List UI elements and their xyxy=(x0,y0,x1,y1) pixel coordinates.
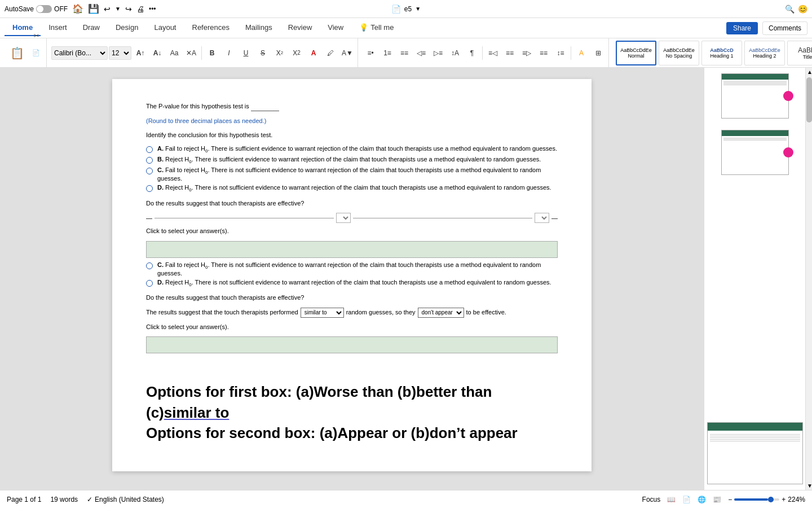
case-button[interactable]: Aa xyxy=(166,45,182,61)
comments-button[interactable]: Comments xyxy=(762,21,807,35)
show-formatting-button[interactable]: ¶ xyxy=(464,45,480,61)
thumbnail-2[interactable] xyxy=(721,130,789,175)
thumbnail-3[interactable] xyxy=(707,422,803,484)
print-layout-icon[interactable]: 📄 xyxy=(682,496,691,503)
ribbon-tabs: Home Insert Draw Design Layout Reference… xyxy=(0,18,812,38)
autosave-toggle[interactable] xyxy=(36,5,52,13)
radio-b[interactable] xyxy=(146,157,153,164)
tab-mailings[interactable]: Mailings xyxy=(237,20,280,36)
toolbar: 📋 ✂ 📄 🖌 Calibri (Bo... 12 A↑ A↓ Aa ✕A B … xyxy=(0,38,812,68)
more-commands-icon[interactable]: ••• xyxy=(149,5,156,13)
immersive-reader-icon[interactable]: 📰 xyxy=(713,496,721,503)
option-b[interactable]: B. Reject H0. There is sufficient eviden… xyxy=(146,156,558,164)
align-right-button[interactable]: ≡▷ xyxy=(519,45,535,61)
read-mode-icon[interactable]: 📖 xyxy=(667,496,676,503)
style-heading2[interactable]: AaBbCcDdEe Heading 2 xyxy=(744,41,785,65)
tab-insert[interactable]: Insert xyxy=(41,20,75,36)
pvalue-note: (Round to three decimal places as needed… xyxy=(146,116,558,126)
radio-d2[interactable] xyxy=(146,280,153,287)
increase-indent-button[interactable]: ▷≡ xyxy=(430,45,446,61)
subscript-button[interactable]: X2 xyxy=(272,45,288,61)
bold-button[interactable]: B xyxy=(204,45,220,61)
dropdown2-blurred[interactable] xyxy=(535,213,549,223)
zoom-out-button[interactable]: − xyxy=(728,496,732,503)
font-selector[interactable]: Calibri (Bo... xyxy=(51,46,108,60)
multilevel-list-button[interactable]: ≡≡ xyxy=(396,45,412,61)
save-icon[interactable]: 💾 xyxy=(88,3,99,14)
home-icon[interactable]: 🏠 xyxy=(72,3,83,14)
tab-design[interactable]: Design xyxy=(108,20,146,36)
tab-draw[interactable]: Draw xyxy=(75,20,108,36)
numbering-button[interactable]: 1≡ xyxy=(379,45,395,61)
word-count: 19 words xyxy=(50,496,78,503)
style-no-spacing[interactable]: AaBbCcDdEe No Spacing xyxy=(659,41,699,65)
style-title[interactable]: AaBb( Title xyxy=(787,41,812,65)
radio-d[interactable] xyxy=(146,185,153,192)
clear-format-button[interactable]: ✕A xyxy=(183,45,199,61)
doc-scroll[interactable]: The P-value for this hypothesis test is … xyxy=(0,68,704,490)
undo-icon[interactable]: ↩ xyxy=(104,5,111,14)
option-d2[interactable]: D. Reject H0. There is not sufficient ev… xyxy=(146,279,558,287)
text-color-button[interactable]: A▼ xyxy=(339,45,355,61)
radio-a[interactable] xyxy=(146,146,153,153)
search-icon[interactable]: 🔍 xyxy=(785,5,795,14)
superscript-button[interactable]: X2 xyxy=(289,45,304,61)
align-left-button[interactable]: ≡◁ xyxy=(485,45,501,61)
italic-button[interactable]: I xyxy=(221,45,237,61)
scroll-up-button[interactable]: ▲ xyxy=(806,68,812,76)
bullets-button[interactable]: ≡• xyxy=(363,45,378,61)
decrease-font-button[interactable]: A↓ xyxy=(149,45,165,61)
shading-button[interactable]: A xyxy=(573,45,589,61)
vertical-scrollbar[interactable]: ▲ ▼ xyxy=(805,68,812,490)
web-view-icon[interactable]: 🌐 xyxy=(698,496,706,503)
doc-dropdown-icon[interactable]: ▼ xyxy=(415,6,421,12)
pvalue-input[interactable] xyxy=(251,102,279,111)
zoom-bar[interactable] xyxy=(734,498,779,501)
lightbulb-icon: 💡 xyxy=(359,23,368,32)
styles-gallery: AaBbCcDdEe Normal AaBbCcDdEe No Spacing … xyxy=(611,41,812,65)
click-select-1: Click to select your answer(s). xyxy=(146,226,558,237)
underline-button[interactable]: U xyxy=(238,45,254,61)
share-button[interactable]: Share xyxy=(726,22,758,34)
borders-button[interactable]: ⊞ xyxy=(590,45,606,61)
redo-icon[interactable]: ↪ xyxy=(125,5,132,14)
radio-c[interactable] xyxy=(146,168,153,174)
dropdown1-selector[interactable]: similar to Worse than better than xyxy=(301,308,344,318)
justify-button[interactable]: ≡≡ xyxy=(536,45,551,61)
font-size-selector[interactable]: 12 xyxy=(109,46,131,60)
line-spacing-button[interactable]: ↕≡ xyxy=(553,45,568,61)
option-d[interactable]: D. Reject H0. There is not sufficient ev… xyxy=(146,184,558,192)
dropdown1-blurred[interactable] xyxy=(336,213,351,223)
tab-review[interactable]: Review xyxy=(280,20,320,36)
style-normal[interactable]: AaBbCcDdEe Normal xyxy=(616,41,656,65)
scroll-down-button[interactable]: ▼ xyxy=(806,481,812,490)
style-heading1[interactable]: AaBbCcD Heading 1 xyxy=(701,41,742,65)
decrease-indent-button[interactable]: ◁≡ xyxy=(413,45,429,61)
user-icon[interactable]: 😊 xyxy=(798,5,807,14)
scroll-thumb[interactable] xyxy=(806,77,812,122)
font-color-button[interactable]: A xyxy=(306,45,321,61)
option-a[interactable]: A. Fail to reject H0. There is sufficien… xyxy=(146,145,558,154)
thumbnail-1[interactable] xyxy=(721,73,789,119)
tab-references[interactable]: References xyxy=(184,20,237,36)
option-c2[interactable]: C. Fail to reject H0. There is not suffi… xyxy=(146,261,558,277)
zoom-in-button[interactable]: + xyxy=(782,496,785,503)
paste-button[interactable]: 📋 xyxy=(7,43,27,63)
tab-layout[interactable]: Layout xyxy=(146,20,184,36)
cut-button[interactable]: ✂ xyxy=(28,28,44,44)
focus-button[interactable]: Focus xyxy=(642,496,661,503)
undo-dropdown-icon[interactable]: ▼ xyxy=(115,6,121,12)
tab-tell-me[interactable]: 💡 Tell me xyxy=(351,20,401,36)
tab-view[interactable]: View xyxy=(320,20,351,36)
strikethrough-button[interactable]: S xyxy=(255,45,271,61)
print-icon[interactable]: 🖨 xyxy=(136,5,144,14)
align-center-button[interactable]: ≡≡ xyxy=(502,45,518,61)
sort-button[interactable]: ↕A xyxy=(447,45,463,61)
copy-button[interactable]: 📄 xyxy=(28,45,44,61)
blurred-dropdown-row: — — xyxy=(146,213,558,223)
highlight-button[interactable]: 🖊 xyxy=(323,45,338,61)
dropdown2-selector[interactable]: don't appear Appear xyxy=(418,308,464,318)
option-c[interactable]: C. Fail to reject H0. There is not suffi… xyxy=(146,167,558,182)
increase-font-button[interactable]: A↑ xyxy=(133,45,148,61)
radio-c2[interactable] xyxy=(146,262,153,269)
